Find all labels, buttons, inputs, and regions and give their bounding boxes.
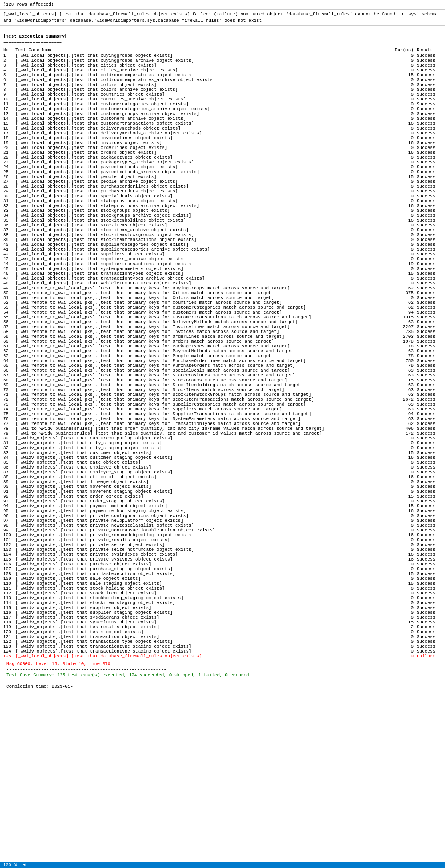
cell-name: [_wwi_remote_to_wwi_local_pks].[test tha… <box>14 286 391 291</box>
cell-no: 48 <box>2 281 14 286</box>
cell-result: Success <box>415 392 443 397</box>
cell-result: Success <box>415 436 443 441</box>
cell-dur: 0 <box>391 479 415 484</box>
cell-name: [_wwi_local_objects].[test that cities_a… <box>14 68 391 73</box>
cell-dur: 0 <box>391 576 415 581</box>
table-row: 62[_wwi_remote_to_wwi_local_pks].[test t… <box>2 349 443 353</box>
cell-result: Success <box>415 155 443 160</box>
table-row: 19[_wwi_local_objects].[test that invoic… <box>2 140 443 145</box>
cell-result: Success <box>415 620 443 625</box>
cell-name: [_wwi_local_objects].[test that orderlin… <box>14 145 391 150</box>
cell-name: [_wwi_local_objects].[test that systempa… <box>14 266 391 271</box>
cell-name: [_wwidv_objects].[test that transaction … <box>14 634 391 639</box>
cell-name: [_wwidv_objects].[test that private_seiz… <box>14 542 391 547</box>
cell-dur: 0 <box>391 63 415 68</box>
table-row: 86[_wwidv_objects].[test that employee o… <box>2 465 443 470</box>
cell-result: Success <box>415 552 443 557</box>
cell-no: 5 <box>2 73 14 77</box>
cell-result: Success <box>415 344 443 349</box>
table-row: 69[_wwi_remote_to_wwi_local_pks].[test t… <box>2 383 443 387</box>
cell-no: 53 <box>2 305 14 310</box>
cell-dur: 15 <box>391 271 415 276</box>
cell-result: Success <box>415 286 443 291</box>
cell-result: Success <box>415 276 443 281</box>
cell-dur: 0 <box>391 276 415 281</box>
cell-name: [_wwi_local_objects].[test that purchase… <box>14 184 391 189</box>
cell-name: [_wwi_local_objects].[test that invoices… <box>14 140 391 145</box>
cell-name: [_wwi_local_objects].[test that speciald… <box>14 194 391 199</box>
cell-name: [_wwi_remote_to_wwi_local_pks].[test tha… <box>14 383 391 387</box>
cell-dur: 15 <box>391 581 415 586</box>
cell-name: [_wwidv_objects].[test that private_help… <box>14 518 391 523</box>
cell-no: 8 <box>2 87 14 92</box>
cell-result: Success <box>415 567 443 571</box>
cell-result: Success <box>415 441 443 446</box>
cell-result: Success <box>415 53 443 59</box>
table-row: 53[_wwi_remote_to_wwi_local_pks].[test t… <box>2 305 443 310</box>
cell-result: Success <box>415 465 443 470</box>
cell-no: 16 <box>2 126 14 131</box>
cell-no: 72 <box>2 397 14 402</box>
cell-result: Success <box>415 353 443 358</box>
cell-name: [_wwidv_objects].[test that sale object … <box>14 576 391 581</box>
cell-no: 114 <box>2 600 14 605</box>
cell-result: Success <box>415 494 443 499</box>
cell-no: 38 <box>2 232 14 237</box>
cell-result: Success <box>415 470 443 475</box>
statusbar: 100 % ◄ <box>0 862 445 868</box>
table-row: 3[_wwi_local_objects].[test that cities … <box>2 63 443 68</box>
table-row: 92[_wwidv_objects].[test that order obje… <box>2 494 443 499</box>
statusbar-scroll[interactable]: ◄ <box>23 862 26 867</box>
cell-no: 119 <box>2 625 14 630</box>
cell-no: 112 <box>2 591 14 596</box>
cell-name: [_wwi_local_objects].[test that buyinggr… <box>14 58 391 63</box>
table-row: 101[_wwidv_objects].[test that private_r… <box>2 538 443 542</box>
cell-name: [_wwi_local_objects].[test that cities o… <box>14 63 391 68</box>
cell-dur: 78 <box>391 353 415 358</box>
col-header-name: Test Case Name <box>14 47 391 53</box>
cell-name: [_wwi_local_objects].[test that packaget… <box>14 155 391 160</box>
table-row: 61[_wwi_remote_to_wwi_local_pks].[test t… <box>2 344 443 349</box>
cell-dur: 63 <box>391 407 415 412</box>
cell-result: Success <box>415 402 443 407</box>
cell-dur: 0 <box>391 184 415 189</box>
cell-dur: 0 <box>391 605 415 610</box>
cell-no: 63 <box>2 353 14 358</box>
cell-result: Success <box>415 387 443 392</box>
table-row: 17[_wwi_local_objects].[test that delive… <box>2 131 443 136</box>
cell-dur: 16 <box>391 203 415 208</box>
table-row: 24[_wwi_local_objects].[test that paymen… <box>2 165 443 169</box>
table-row: 116[_wwidv_objects].[test that supplier_… <box>2 610 443 615</box>
cell-dur: 15 <box>391 450 415 455</box>
cell-result: Success <box>415 261 443 266</box>
cell-dur: 16 <box>391 218 415 223</box>
table-row: 10[_wwi_local_objects].[test that countr… <box>2 97 443 102</box>
cell-dur: 0 <box>391 242 415 247</box>
cell-no: 66 <box>2 368 14 373</box>
cell-dur: 0 <box>391 538 415 542</box>
col-header-dur: Dur(ms) <box>391 47 415 53</box>
cell-dur: 62 <box>391 421 415 426</box>
cell-result: Success <box>415 111 443 116</box>
table-row: 59[_wwi_remote_to_wwi_local_pks].[test t… <box>2 334 443 339</box>
cell-no: 25 <box>2 169 14 174</box>
cell-dur: 0 <box>391 145 415 150</box>
cell-dur: 63 <box>391 383 415 387</box>
cell-no: 28 <box>2 184 14 189</box>
bottom-section: Msg 60000, Level 16, State 10, Line 370 … <box>0 659 445 691</box>
error-line-2: [_wwi_local_objects].[test that database… <box>0 10 445 26</box>
table-row: 67[_wwi_remote_to_wwi_local_pks].[test t… <box>2 373 443 378</box>
cell-name: [_wwi_local_objects].[test that transact… <box>14 276 391 281</box>
cell-no: 98 <box>2 523 14 528</box>
table-row: 46[_wwi_local_objects].[test that transa… <box>2 271 443 276</box>
cell-result: Success <box>415 605 443 610</box>
table-row: 87[_wwidv_objects].[test that employee_s… <box>2 470 443 475</box>
cell-name: [_wwi_remote_to_wwi_local_pks].[test tha… <box>14 353 391 358</box>
cell-no: 103 <box>2 547 14 552</box>
table-row: 45[_wwi_local_objects].[test that system… <box>2 266 443 271</box>
cell-name: [_wwi_local_objects].[test that stockgro… <box>14 208 391 213</box>
cell-name: [_wwidv_objects].[test that etl cutoff o… <box>14 475 391 479</box>
table-row: 81[_wwidv_objects].[test that city_stagi… <box>2 441 443 446</box>
cell-name: [_wwi_remote_to_wwi_local_pks].[test tha… <box>14 387 391 392</box>
cell-result: Success <box>415 518 443 523</box>
